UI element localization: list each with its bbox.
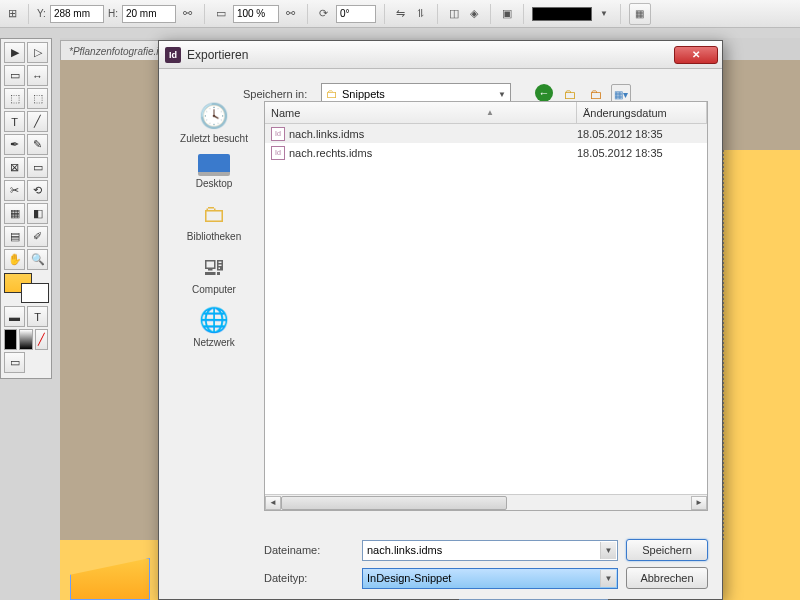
file-date: 18.05.2012 18:35 xyxy=(577,128,701,140)
rect-frame-tool[interactable]: ⊠ xyxy=(4,157,25,178)
fill-stroke-swatch[interactable] xyxy=(4,273,49,303)
stroke-swatch[interactable] xyxy=(532,7,592,21)
column-date[interactable]: Änderungsdatum xyxy=(577,102,707,123)
pencil-tool[interactable]: ✎ xyxy=(27,134,48,155)
fit-frame-icon[interactable]: ▣ xyxy=(499,6,515,22)
hand-tool[interactable]: ✋ xyxy=(4,249,25,270)
place-label: Zuletzt besucht xyxy=(180,133,248,144)
flip-h-icon[interactable]: ⇋ xyxy=(393,6,409,22)
file-list[interactable]: Id nach.links.idms 18.05.2012 18:35 Id n… xyxy=(265,124,707,494)
dialog-title: Exportieren xyxy=(187,48,248,62)
dropdown-icon[interactable]: ▼ xyxy=(596,6,612,22)
place-label: Computer xyxy=(192,284,236,295)
eyedropper-tool[interactable]: ✐ xyxy=(27,226,48,247)
flip-v-icon[interactable]: ⥮ xyxy=(413,6,429,22)
line-tool[interactable]: ╱ xyxy=(27,111,48,132)
dialog-titlebar[interactable]: Id Exportieren ✕ xyxy=(159,41,722,69)
scroll-left-button[interactable]: ◄ xyxy=(265,496,281,510)
reference-point-icon[interactable]: ⊞ xyxy=(4,6,20,22)
tool-palette: ▶▷ ▭↔ ⬚⬚ T╱ ✒✎ ⊠▭ ✂⟲ ▦◧ ▤✐ ✋🔍 ▬T ╱ ▭ xyxy=(0,38,52,379)
filetype-label: Dateityp: xyxy=(264,572,354,584)
apply-none[interactable]: ╱ xyxy=(35,329,48,350)
place-label: Netzwerk xyxy=(193,337,235,348)
gradient-feather-tool[interactable]: ◧ xyxy=(27,203,48,224)
link2-icon[interactable]: ⚯ xyxy=(283,6,299,22)
file-name: nach.links.idms xyxy=(289,128,577,140)
place-desktop[interactable]: Desktop xyxy=(196,154,233,189)
column-name[interactable]: Name▲ xyxy=(265,102,577,123)
select-content-icon[interactable]: ◈ xyxy=(466,6,482,22)
places-sidebar: 🕓Zuletzt besucht Desktop 🗀Bibliotheken 🖳… xyxy=(169,101,259,348)
place-label: Desktop xyxy=(196,178,233,189)
folder-icon: 🗀 xyxy=(326,87,338,101)
gap-tool[interactable]: ↔ xyxy=(27,65,48,86)
libraries-icon: 🗀 xyxy=(196,199,232,229)
effects-button[interactable]: ▦ xyxy=(629,3,651,25)
pen-tool[interactable]: ✒ xyxy=(4,134,25,155)
idms-file-icon: Id xyxy=(271,146,285,160)
apply-color-tool[interactable]: ▬ xyxy=(4,306,25,327)
scroll-thumb[interactable] xyxy=(281,496,507,510)
save-in-label: Speichern in: xyxy=(243,88,313,100)
view-normal[interactable]: ▭ xyxy=(4,352,25,373)
apply-black[interactable] xyxy=(4,329,17,350)
type-tool[interactable]: T xyxy=(4,111,25,132)
y-input[interactable] xyxy=(50,5,104,23)
filename-input[interactable]: nach.links.idms ▼ xyxy=(362,540,618,561)
dialog-bottom: Dateiname: nach.links.idms ▼ Speichern D… xyxy=(264,539,708,595)
location-value: Snippets xyxy=(342,88,385,100)
file-list-header: Name▲ Änderungsdatum xyxy=(265,102,707,124)
export-dialog: Id Exportieren ✕ Speichern in: 🗀 Snippet… xyxy=(158,40,723,600)
place-libraries[interactable]: 🗀Bibliotheken xyxy=(187,199,241,242)
desktop-icon xyxy=(198,154,230,176)
dropdown-icon: ▼ xyxy=(600,542,616,559)
rect-tool[interactable]: ▭ xyxy=(27,157,48,178)
gradient-swatch-tool[interactable]: ▦ xyxy=(4,203,25,224)
network-icon: 🌐 xyxy=(196,305,232,335)
file-row[interactable]: Id nach.rechts.idms 18.05.2012 18:35 xyxy=(265,143,707,162)
selection-tool[interactable]: ▶ xyxy=(4,42,25,63)
zoom-tool[interactable]: 🔍 xyxy=(27,249,48,270)
content-tool[interactable]: ⬚ xyxy=(4,88,25,109)
scissors-tool[interactable]: ✂ xyxy=(4,180,25,201)
apply-text-tool[interactable]: T xyxy=(27,306,48,327)
indesign-app-icon: Id xyxy=(165,47,181,63)
h-input[interactable] xyxy=(122,5,176,23)
place-recent[interactable]: 🕓Zuletzt besucht xyxy=(180,101,248,144)
horizontal-scrollbar[interactable]: ◄ ► xyxy=(265,494,707,510)
dropdown-icon: ▼ xyxy=(600,570,616,587)
sort-indicator-icon: ▲ xyxy=(486,108,494,117)
computer-icon: 🖳 xyxy=(196,252,232,282)
filename-label: Dateiname: xyxy=(264,544,354,556)
scroll-right-button[interactable]: ► xyxy=(691,496,707,510)
file-row[interactable]: Id nach.links.idms 18.05.2012 18:35 xyxy=(265,124,707,143)
page-tool[interactable]: ▭ xyxy=(4,65,25,86)
cancel-button[interactable]: Abbrechen xyxy=(626,567,708,589)
rotate-icon[interactable]: ⟳ xyxy=(316,6,332,22)
y-label: Y: xyxy=(37,8,46,19)
idms-file-icon: Id xyxy=(271,127,285,141)
dropdown-icon: ▼ xyxy=(498,90,506,99)
link-icon[interactable]: ⚯ xyxy=(180,6,196,22)
direct-selection-tool[interactable]: ▷ xyxy=(27,42,48,63)
apply-gradient[interactable] xyxy=(19,329,32,350)
scale-icon[interactable]: ▭ xyxy=(213,6,229,22)
control-bar: ⊞ Y: H: ⚯ ▭ ⚯ ⟳ ⇋ ⥮ ◫ ◈ ▣ ▼ ▦ xyxy=(0,0,800,28)
note-tool[interactable]: ▤ xyxy=(4,226,25,247)
scroll-track[interactable] xyxy=(281,496,691,510)
place-computer[interactable]: 🖳Computer xyxy=(192,252,236,295)
file-date: 18.05.2012 18:35 xyxy=(577,147,701,159)
select-container-icon[interactable]: ◫ xyxy=(446,6,462,22)
place-network[interactable]: 🌐Netzwerk xyxy=(193,305,235,348)
save-button[interactable]: Speichern xyxy=(626,539,708,561)
angle-input[interactable] xyxy=(336,5,376,23)
filetype-combo[interactable]: InDesign-Snippet ▼ xyxy=(362,568,618,589)
recent-icon: 🕓 xyxy=(196,101,232,131)
file-list-pane: Name▲ Änderungsdatum Id nach.links.idms … xyxy=(264,101,708,511)
close-button[interactable]: ✕ xyxy=(674,46,718,64)
transform-tool[interactable]: ⟲ xyxy=(27,180,48,201)
zoom-input[interactable] xyxy=(233,5,279,23)
filetype-value: InDesign-Snippet xyxy=(367,572,451,584)
content-place-tool[interactable]: ⬚ xyxy=(27,88,48,109)
back-icon[interactable]: ← xyxy=(535,84,553,102)
